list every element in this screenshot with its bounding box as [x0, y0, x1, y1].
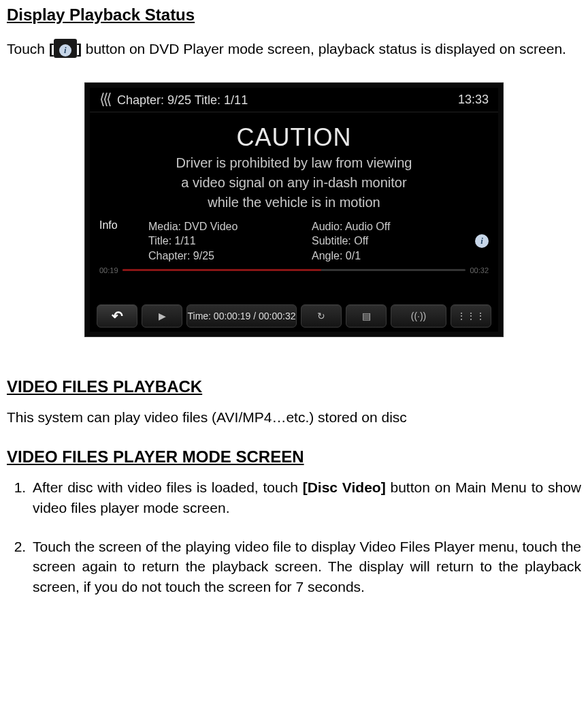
- info-col-right: Audio: Audio Off Subtitle: Off Angle: 0/…: [312, 219, 467, 264]
- intro-paragraph: Touch [i] button on DVD Player mode scre…: [7, 35, 581, 63]
- heading-video-files-playback: VIDEO FILES PLAYBACK: [7, 377, 581, 396]
- caution-line-1: Driver is prohibited by law from viewing: [110, 155, 478, 172]
- text-touch-pre: Touch: [7, 41, 49, 57]
- clock: 13:33: [458, 93, 489, 107]
- status-bar-left: ⟨⟨⟨ Chapter: 9/25 Title: 1/11: [99, 91, 248, 108]
- text-touch-post: button on DVD Player mode screen, playba…: [82, 41, 566, 57]
- steps-list: After disc with video files is loaded, t…: [7, 477, 581, 597]
- progress-bar[interactable]: [122, 269, 466, 271]
- caution-title: CAUTION: [110, 123, 478, 152]
- back-chevrons-icon[interactable]: ⟨⟨⟨: [99, 91, 110, 108]
- keypad-button[interactable]: ⋮⋮⋮: [451, 304, 491, 328]
- info-row: Info Media: DVD Video Title: 1/11 Chapte…: [90, 218, 498, 265]
- bracket-close: ]: [77, 41, 82, 57]
- info-media: Media: DVD Video: [148, 219, 304, 234]
- progress-row: 00:19 00:32: [90, 265, 498, 274]
- audio-button[interactable]: ((∙)): [391, 304, 446, 328]
- progress-fill: [122, 269, 322, 271]
- status-bar: ⟨⟨⟨ Chapter: 9/25 Title: 1/11 13:33: [90, 88, 498, 112]
- bracket-open: [: [49, 41, 54, 57]
- list-button[interactable]: ▤: [346, 304, 387, 328]
- play-button[interactable]: ▶: [142, 304, 182, 328]
- caution-block: CAUTION Driver is prohibited by law from…: [90, 112, 498, 218]
- video-files-playback-body: This system can play video files (AVI/MP…: [7, 407, 581, 427]
- controls-row: ↶ ▶ Time: 00:00:19 / 00:00:32 ↻ ▤ ((∙)) …: [90, 304, 498, 328]
- caution-line-3: while the vehicle is in motion: [110, 194, 478, 211]
- step-1-bold: [Disc Video]: [303, 479, 386, 495]
- info-col-left: Media: DVD Video Title: 1/11 Chapter: 9/…: [148, 219, 304, 264]
- time-readout: Time: 00:00:19 / 00:00:32: [186, 304, 297, 328]
- heading-video-files-player-mode: VIDEO FILES PLAYER MODE SCREEN: [7, 447, 581, 466]
- info-button-icon: i: [54, 39, 77, 58]
- device-screenshot: ⟨⟨⟨ Chapter: 9/25 Title: 1/11 13:33 CAUT…: [85, 83, 503, 336]
- chapter-title-readout: Chapter: 9/25 Title: 1/11: [117, 93, 248, 107]
- info-subtitle: Subtitle: Off: [312, 234, 467, 249]
- back-button[interactable]: ↶: [97, 304, 137, 328]
- repeat-button[interactable]: ↻: [301, 304, 342, 328]
- info-icon[interactable]: i: [475, 234, 489, 248]
- info-title: Title: 1/11: [148, 234, 304, 249]
- step-2: Touch the screen of the playing video fi…: [30, 537, 581, 597]
- progress-elapsed: 00:19: [99, 266, 118, 274]
- step-1-pre: After disc with video files is loaded, t…: [33, 479, 303, 495]
- heading-display-playback-status: Display Playback Status: [7, 5, 581, 25]
- progress-total: 00:32: [470, 266, 489, 274]
- info-audio: Audio: Audio Off: [312, 219, 467, 234]
- info-chapter: Chapter: 9/25: [148, 249, 304, 264]
- info-angle: Angle: 0/1: [312, 249, 467, 264]
- step-1: After disc with video files is loaded, t…: [30, 477, 581, 518]
- caution-line-2: a video signal on any in-dash monitor: [110, 174, 478, 191]
- info-label: Info: [99, 219, 140, 232]
